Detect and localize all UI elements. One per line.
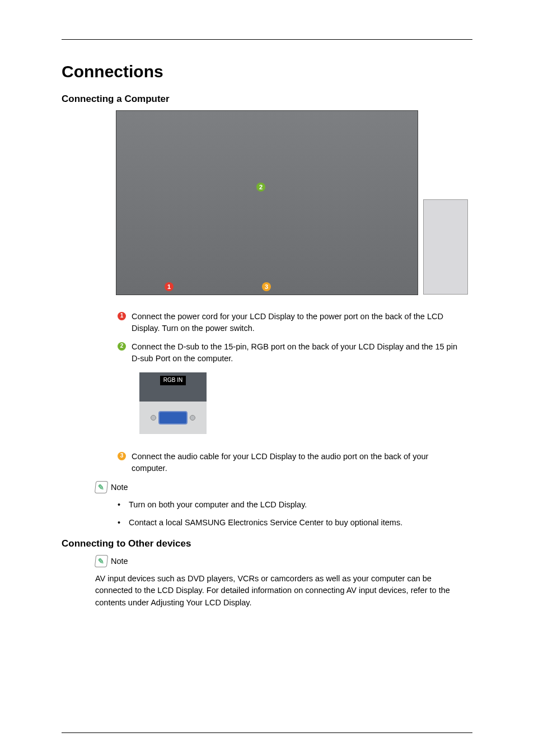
section-heading-other-devices: Connecting to Other devices bbox=[62, 538, 472, 549]
note-heading: ✎ Note bbox=[95, 555, 472, 567]
note-block-2: ✎ Note bbox=[95, 555, 472, 567]
top-rule bbox=[62, 39, 472, 40]
page-title: Connections bbox=[62, 62, 472, 81]
note-block-1: ✎ Note Turn on both your computer and th… bbox=[95, 481, 472, 529]
rgb-port-panel: RGB IN bbox=[139, 372, 207, 402]
figure-rgb-port: RGB IN bbox=[139, 372, 461, 434]
step-list: 1 Connect the power cord for your LCD Di… bbox=[118, 311, 461, 474]
callout-marker-2: 2 bbox=[256, 183, 265, 192]
screw-icon bbox=[190, 415, 195, 421]
note-bullet-2: Contact a local SAMSUNG Electronics Serv… bbox=[118, 517, 472, 529]
step-2: 2 Connect the D-sub to the 15-pin, RGB p… bbox=[118, 341, 461, 444]
callout-marker-3: 3 bbox=[262, 282, 271, 291]
bottom-rule bbox=[62, 732, 472, 733]
page: Connections Connecting a Computer 1 2 3 … bbox=[0, 0, 534, 733]
step-3: 3 Connect the audio cable for your LCD D… bbox=[118, 451, 461, 474]
rgb-in-label: RGB IN bbox=[160, 376, 186, 385]
section-heading-connecting-computer: Connecting a Computer bbox=[62, 94, 472, 105]
step-text-1: Connect the power cord for your LCD Disp… bbox=[132, 311, 461, 334]
note-bullet-1: Turn on both your computer and the LCD D… bbox=[118, 499, 472, 511]
note-heading: ✎ Note bbox=[95, 481, 472, 493]
note-icon: ✎ bbox=[95, 481, 108, 493]
step-badge-2: 2 bbox=[118, 342, 126, 351]
step-1: 1 Connect the power cord for your LCD Di… bbox=[118, 311, 461, 334]
diagram-lcd-rear-panel: 1 2 3 bbox=[116, 110, 418, 295]
note-icon: ✎ bbox=[95, 555, 108, 567]
paragraph-av-devices: AV input devices such as DVD players, VC… bbox=[95, 573, 467, 609]
diagram-computer-tower bbox=[423, 199, 468, 295]
step-text-3: Connect the audio cable for your LCD Dis… bbox=[132, 451, 461, 474]
step-badge-3: 3 bbox=[118, 452, 126, 460]
callout-marker-1: 1 bbox=[165, 282, 174, 291]
step-badge-1: 1 bbox=[118, 312, 126, 320]
figure-connecting-computer: 1 2 3 bbox=[62, 110, 472, 297]
step-text-2: Connect the D-sub to the 15-pin, RGB por… bbox=[132, 341, 461, 444]
note-label: Note bbox=[111, 557, 128, 566]
note-label: Note bbox=[111, 483, 128, 492]
screw-icon bbox=[151, 415, 156, 421]
rgb-connector-panel bbox=[139, 402, 207, 434]
vga-port-icon bbox=[158, 411, 188, 424]
note-bullet-list: Turn on both your computer and the LCD D… bbox=[118, 499, 472, 529]
